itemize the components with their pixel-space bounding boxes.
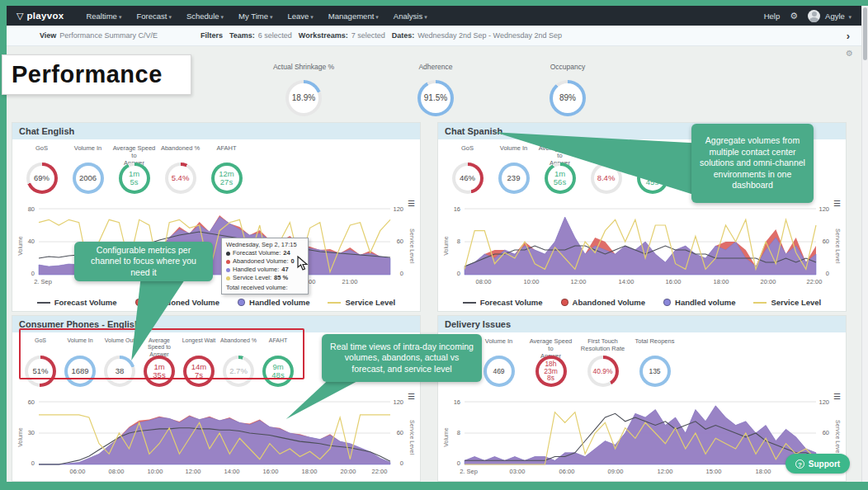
- axis-tick: 120: [393, 205, 403, 213]
- legend-label: Handled volume: [675, 298, 735, 307]
- axis-tick: 80: [17, 205, 35, 213]
- chevron-down-icon: ▾: [848, 14, 851, 20]
- axis-tick: 12:00: [186, 468, 201, 475]
- user-menu[interactable]: Agyle ▾: [825, 12, 851, 21]
- nav-item-realtime[interactable]: Realtime▾: [78, 12, 129, 21]
- tooltip-footer: Total received volume:: [226, 284, 304, 291]
- axis-tick: 2. Sep: [34, 278, 52, 285]
- nav-item-schedule[interactable]: Schedule▾: [179, 12, 231, 21]
- series-dot-icon: [226, 276, 230, 280]
- workstreams-value[interactable]: 7 selected: [351, 31, 385, 40]
- axis-tick: 0: [17, 459, 35, 467]
- chart-chat-spanish: 168012060008:0010:0012:0014:0016:0018:00…: [443, 202, 841, 290]
- y2-axis-label: Service Level: [409, 229, 415, 263]
- axis-tick: 08:00: [109, 468, 125, 475]
- vertical-scrollbar[interactable]: [861, 6, 868, 482]
- legend-item[interactable]: Forecast Volume: [463, 298, 543, 307]
- legend-item[interactable]: Abandoned Volume: [561, 298, 646, 307]
- axis-tick: 22:00: [372, 468, 388, 475]
- nav-item-leave[interactable]: Leave▾: [280, 12, 320, 21]
- metric-value: 1689: [68, 359, 92, 384]
- teams-value[interactable]: 6 selected: [258, 31, 292, 40]
- legend-item[interactable]: Service Level: [753, 298, 821, 307]
- metric-ring: 12m 27s: [211, 163, 243, 194]
- nav-item-forecast[interactable]: Forecast▾: [129, 12, 178, 21]
- legend-label: Service Level: [345, 298, 395, 307]
- legend-item[interactable]: Handled volume: [663, 298, 735, 307]
- legend-item[interactable]: Forecast Volume: [37, 298, 117, 307]
- metric-value: 1m 56s: [548, 166, 573, 191]
- support-button[interactable]: ? Support: [785, 454, 850, 474]
- axis-tick: 18:00: [756, 468, 771, 475]
- user-avatar[interactable]: [808, 10, 820, 22]
- dates-value[interactable]: Wednesday 2nd Sep - Wednesday 2nd Sep: [417, 31, 562, 40]
- scrollbar-thumb[interactable]: [863, 7, 867, 60]
- legend-label: Forecast Volume: [54, 298, 117, 307]
- axis-tick: 8: [443, 238, 460, 245]
- legend-item[interactable]: Handled volume: [238, 298, 309, 307]
- nav-item-analysis[interactable]: Analysis▾: [386, 12, 435, 21]
- tooltip-rows: Forecast Volume:24Abandoned Volume:0Hand…: [226, 249, 304, 283]
- metric-gauge: Adherence91.5%: [386, 63, 485, 116]
- legend-item[interactable]: Service Level: [328, 298, 395, 307]
- chevron-down-icon: ▾: [310, 14, 314, 20]
- axis-tick: 16: [443, 205, 460, 213]
- axis-tick: 0: [400, 270, 403, 277]
- chevron-down-icon: ▾: [375, 14, 379, 20]
- axis-tick: 60: [17, 398, 35, 406]
- playvox-logo[interactable]: ▽ playvox: [17, 11, 64, 21]
- page-title: Performance: [12, 61, 163, 88]
- metric-gauge: GoS46%: [445, 144, 490, 194]
- y2-axis-label: Service Level: [409, 420, 415, 455]
- axis-tick: 18:00: [302, 468, 318, 475]
- metric-label: Average Speed to Answer: [139, 337, 179, 354]
- metric-label: Total Reopens: [632, 337, 677, 354]
- axis-tick: 16: [443, 398, 460, 406]
- metric-label: GoS: [21, 337, 60, 354]
- chevron-down-icon: ▾: [270, 14, 273, 20]
- axis-tick: 16:00: [666, 278, 682, 285]
- axis-tick: 08:00: [476, 278, 492, 285]
- metric-label: Average Speed to Answer: [528, 337, 573, 354]
- axis-tick: 06:00: [559, 468, 575, 475]
- axis-tick: 10:00: [524, 278, 540, 285]
- chart-menu-icon[interactable]: ☰: [833, 392, 841, 401]
- help-link[interactable]: Help: [764, 12, 781, 21]
- axis-tick: 2. Sep: [460, 468, 478, 475]
- legend-swatch: [663, 299, 671, 306]
- metric-value: 1m 35s: [147, 359, 172, 384]
- metric-ring: 18h 23m 8s: [535, 356, 567, 387]
- metric-ring: 18.9%: [285, 80, 322, 116]
- panel-title: Consumer Phones - English: [12, 316, 420, 332]
- axis-tick: 14:00: [619, 278, 634, 285]
- chart-plot: [39, 402, 390, 464]
- nav-item-my-time[interactable]: My Time▾: [231, 12, 280, 21]
- dates-label: Dates:: [392, 31, 415, 40]
- filters-label: Filters: [200, 31, 223, 40]
- chart-menu-icon[interactable]: ☰: [408, 199, 415, 208]
- view-value[interactable]: Performance Summary C/V/E: [59, 31, 158, 40]
- metric-label: Volume In: [491, 144, 536, 161]
- chevron-down-icon: ▾: [424, 14, 427, 20]
- tooltip-row: Forecast Volume:24: [226, 249, 304, 257]
- chart-menu-icon[interactable]: ☰: [408, 392, 415, 401]
- panel-title: Chat English: [12, 123, 420, 139]
- axis-tick: 120: [818, 398, 829, 406]
- axis-tick: 22:00: [807, 278, 823, 285]
- metric-gauge: Volume In2006: [65, 144, 111, 194]
- chart-menu-icon[interactable]: ☰: [833, 199, 841, 208]
- metric-gauge: Volume In469: [476, 337, 521, 387]
- dashboard-gear-icon[interactable]: ⚙: [846, 49, 853, 58]
- nav-item-management[interactable]: Management▾: [321, 12, 386, 21]
- metric-gauge: Average Speed to Answer1m 5s: [111, 144, 157, 194]
- settings-gear-icon[interactable]: ⚙: [790, 11, 798, 21]
- metric-value: 1m 5s: [122, 166, 147, 191]
- axis-tick: 15:00: [706, 468, 722, 475]
- expand-chevron-icon[interactable]: ›: [847, 30, 850, 42]
- metric-label: Actual Shrinkage %: [254, 63, 353, 71]
- chart-tooltip: Wednesday, Sep 2, 17:15 Forecast Volume:…: [221, 238, 309, 294]
- panel-delivery-issues: Delivery Issues Volume In469Average Spee…: [437, 315, 847, 482]
- metric-label: Abandoned %: [219, 337, 258, 354]
- legend-swatch: [463, 302, 476, 304]
- axis-tick: 120: [393, 398, 403, 406]
